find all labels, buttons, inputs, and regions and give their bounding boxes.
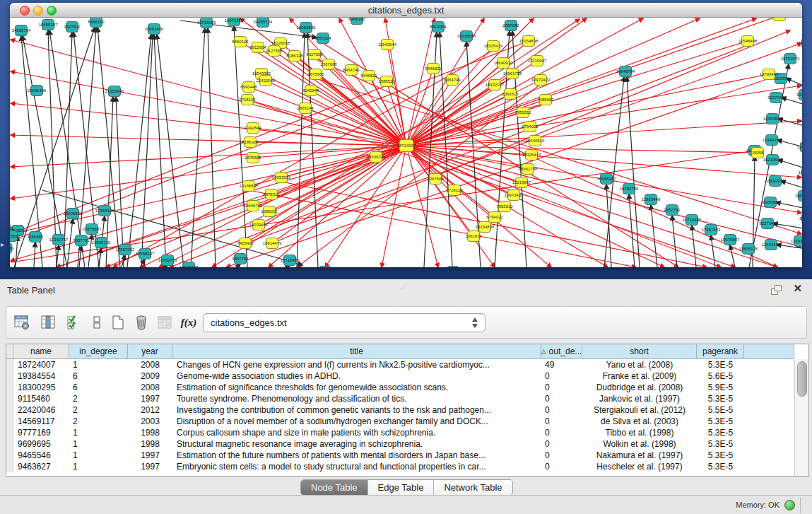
cell-title[interactable]: Changes of HCN gene expression and I(f) … <box>172 359 541 370</box>
table-row[interactable]: 969969511998Structural magnetic resonanc… <box>6 438 794 450</box>
graph-node[interactable]: 8186328 <box>286 51 303 62</box>
graph-node[interactable]: 7857224 <box>314 33 331 44</box>
graph-node[interactable]: 16671355 <box>225 18 244 26</box>
graph-node[interactable]: 6794022 <box>486 212 503 223</box>
graph-node[interactable]: 8454749 <box>343 65 360 76</box>
cell-filler[interactable] <box>744 404 794 416</box>
cell-in_degree[interactable]: 6 <box>69 370 128 382</box>
graph-node[interactable]: 2718126 <box>239 95 256 105</box>
table-row[interactable]: 946554611997Estimation of the future num… <box>6 450 794 461</box>
cell-pagerank[interactable]: 5.3E-5 <box>697 359 744 370</box>
cell-year[interactable]: 2012 <box>128 404 172 416</box>
table-row[interactable]: 1830029562008Estimation of significance … <box>6 382 794 393</box>
table-row[interactable]: 1938455462009Genome-wide association stu… <box>6 370 794 382</box>
tab-edge-table[interactable]: Edge Table <box>368 480 435 495</box>
function-builder-button[interactable]: f(x) <box>179 313 199 332</box>
red-edge[interactable] <box>406 146 801 247</box>
black-edge[interactable] <box>191 28 205 267</box>
column-header-out_degree[interactable]: △out_de... <box>541 344 582 359</box>
cell-pagerank[interactable]: 5.9E-5 <box>697 382 744 393</box>
black-edge[interactable] <box>116 97 124 267</box>
graph-node[interactable]: 21053346 <box>105 86 124 97</box>
cell-gutter[interactable] <box>6 359 13 370</box>
graph-node[interactable]: 15751074 <box>781 54 800 64</box>
graph-node[interactable]: 12444158 <box>763 135 782 146</box>
black-edge[interactable] <box>48 30 57 267</box>
cell-short[interactable]: Yano et al. (2008) <box>582 359 697 370</box>
graph-node[interactable]: 16053809 <box>297 23 316 33</box>
black-edge[interactable] <box>163 266 167 267</box>
graph-node[interactable]: 16210643 <box>799 168 802 178</box>
cell-out_degree[interactable]: 49 <box>541 359 582 370</box>
graph-node[interactable]: 11542544 <box>378 40 397 50</box>
graph-node[interactable]: 18724007 <box>397 140 416 152</box>
cell-year[interactable]: 2003 <box>128 416 172 427</box>
black-edge[interactable] <box>237 264 240 267</box>
graph-node[interactable]: 9227343 <box>759 218 776 229</box>
graph-node[interactable]: 16782759 <box>158 255 177 266</box>
cell-out_degree[interactable]: 0 <box>541 393 582 404</box>
black-edge[interactable] <box>34 243 35 267</box>
cell-gutter[interactable] <box>6 404 13 416</box>
graph-node[interactable]: 11548498 <box>770 18 789 21</box>
graph-node[interactable]: 10958107 <box>136 249 155 259</box>
panel-resize-grip[interactable]: ⋰ <box>401 283 408 290</box>
cell-gutter[interactable] <box>6 416 13 427</box>
graph-node[interactable]: 10975887 <box>444 267 463 268</box>
cell-in_degree[interactable]: 1 <box>69 461 128 472</box>
graph-node[interactable]: 8466160 <box>348 18 365 25</box>
cell-title[interactable]: Estimation of significance thresholds fo… <box>172 382 541 393</box>
cell-title[interactable]: Genome-wide association studies in ADHD. <box>172 370 541 382</box>
graph-node[interactable]: 2675685 <box>307 69 324 80</box>
cell-short[interactable]: Dudbridge et al. (2008) <box>582 382 697 393</box>
show-columns-button[interactable] <box>38 313 58 332</box>
graph-node[interactable]: 7425402 <box>237 238 254 249</box>
column-header-in_degree[interactable]: in_degree <box>69 344 128 359</box>
graph-node[interactable]: 20206536 <box>64 209 83 219</box>
cell-short[interactable]: Jankovic et al. (1997) <box>582 393 697 404</box>
red-edge[interactable] <box>406 85 495 146</box>
graph-node[interactable]: 16154838 <box>519 36 539 47</box>
black-edge[interactable] <box>98 28 120 267</box>
cell-year[interactable]: 1997 <box>128 461 172 472</box>
cell-pagerank[interactable]: 5.6E-5 <box>697 370 744 382</box>
cell-title[interactable]: Investigating the contribution of common… <box>172 404 541 416</box>
cell-pagerank[interactable]: 5.5E-5 <box>697 404 744 416</box>
graph-node[interactable]: 19218586 <box>457 31 476 42</box>
graph-node[interactable]: 1588520 <box>378 76 395 87</box>
graph-node[interactable]: 6794022 <box>522 122 539 132</box>
delete-column-button[interactable] <box>131 313 151 332</box>
graph-node[interactable]: 13505135 <box>739 244 758 255</box>
cell-gutter[interactable] <box>6 393 13 404</box>
graph-node[interactable]: 1156869 <box>10 243 14 254</box>
black-edge[interactable] <box>651 205 657 267</box>
graph-node[interactable]: 9242844 <box>245 123 261 134</box>
red-edge[interactable] <box>11 103 406 146</box>
red-edge[interactable] <box>314 59 777 267</box>
cell-short[interactable]: de Silva et al. (2003) <box>582 416 697 427</box>
cell-gutter[interactable] <box>6 427 13 438</box>
graph-node[interactable]: 1362615 <box>465 231 482 242</box>
graph-node[interactable]: 2367608 <box>320 59 337 70</box>
cell-short[interactable]: Nakamura et al. (1997) <box>582 450 697 461</box>
cell-in_degree[interactable]: 1 <box>69 427 128 438</box>
graph-node[interactable]: 8454749 <box>444 75 461 86</box>
table-mode-button[interactable] <box>12 313 32 332</box>
black-edge[interactable] <box>711 235 715 267</box>
graph-node[interactable]: 8990448 <box>240 82 257 93</box>
cell-in_degree[interactable]: 2 <box>69 393 128 404</box>
cell-out_degree[interactable]: 0 <box>541 404 582 416</box>
graph-node[interactable]: 16640910 <box>494 58 513 69</box>
cell-title[interactable]: Embryonic stem cells: a model to study s… <box>172 461 541 472</box>
cell-name[interactable]: 9463627 <box>13 461 69 472</box>
black-edge[interactable] <box>99 248 101 267</box>
graph-node[interactable]: 2803144 <box>297 103 314 114</box>
cell-out_degree[interactable]: 0 <box>541 461 582 472</box>
graph-node[interactable]: 9227343 <box>767 93 784 103</box>
graph-node[interactable]: 9242844 <box>302 86 319 96</box>
column-header-pagerank[interactable]: pagerank <box>697 344 744 359</box>
black-edge[interactable] <box>23 36 67 267</box>
red-edge[interactable] <box>11 146 406 199</box>
cell-short[interactable]: Wolkin et al. (1998) <box>582 438 697 450</box>
graph-node[interactable]: 2367608 <box>427 174 444 185</box>
